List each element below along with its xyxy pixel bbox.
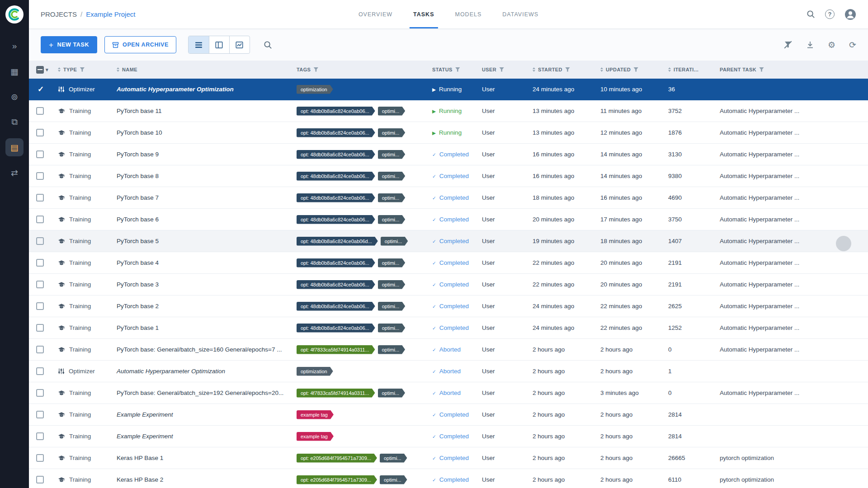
cell-parent-task[interactable]: Automatic Hyperparameter ... <box>716 303 868 310</box>
column-header-updated[interactable]: UPDATED <box>597 67 665 72</box>
table-row[interactable]: Optimizer Automatic Hyperparameter Optim… <box>29 79 868 100</box>
table-row[interactable]: Training Keras HP Base 2 opt: e205d684f7… <box>29 469 868 488</box>
table-row[interactable]: Training Example Experiment example tag … <box>29 426 868 447</box>
column-header-type[interactable]: TYPE <box>54 67 113 72</box>
column-header-name[interactable]: NAME <box>113 67 293 72</box>
clear-filters-icon[interactable] <box>783 40 793 49</box>
task-name[interactable]: PyTorch base 5 <box>113 238 293 244</box>
task-name[interactable]: Keras HP Base 1 <box>113 455 293 461</box>
table-row[interactable]: Training Example Experiment example tag … <box>29 404 868 426</box>
column-header-select[interactable]: ▾ <box>29 66 54 74</box>
new-task-button[interactable]: + NEW TASK <box>41 36 97 53</box>
table-row[interactable]: Training PyTorch base 8 opt: 48db0b8a6c8… <box>29 165 868 187</box>
sort-icon[interactable] <box>600 67 603 72</box>
table-row[interactable]: Training PyTorch base 7 opt: 48db0b8a6c8… <box>29 187 868 209</box>
cell-parent-task[interactable]: Automatic Hyperparameter ... <box>716 173 868 179</box>
table-row[interactable]: Training PyTorch base 5 opt: 48db0b8a6c8… <box>29 230 868 252</box>
table-row[interactable]: Training PyTorch base 2 opt: 48db0b8a6c8… <box>29 296 868 317</box>
task-name[interactable]: Automatic Hyperparameter Optimization <box>113 86 293 93</box>
table-search-icon[interactable] <box>264 41 272 49</box>
cell-parent-task[interactable]: pytorch optimization <box>716 476 868 483</box>
table-row[interactable]: Training PyTorch base 10 opt: 48db0b8a6c… <box>29 122 868 144</box>
task-name[interactable]: PyTorch base 1 <box>113 324 293 331</box>
open-archive-button[interactable]: OPEN ARCHIVE <box>104 36 176 53</box>
column-header-iteration[interactable]: ITERATI... <box>665 67 716 72</box>
table-row[interactable]: Training PyTorch base 1 opt: 48db0b8a6c8… <box>29 317 868 339</box>
cell-parent-task[interactable]: Automatic Hyperparameter ... <box>716 216 868 223</box>
task-name[interactable]: PyTorch base 6 <box>113 216 293 223</box>
tab-models[interactable]: MODELS <box>455 0 481 28</box>
row-checkbox[interactable] <box>36 150 44 158</box>
cell-parent-task[interactable]: pytorch optimization <box>716 455 868 461</box>
row-checkbox[interactable] <box>36 432 44 440</box>
details-view-button[interactable] <box>209 36 229 53</box>
row-checkbox[interactable] <box>36 85 44 93</box>
cell-parent-task[interactable]: Automatic Hyperparameter ... <box>716 151 868 158</box>
row-checkbox[interactable] <box>36 194 44 202</box>
sort-icon[interactable] <box>668 67 671 72</box>
search-icon[interactable] <box>807 10 815 19</box>
column-header-parent[interactable]: PARENT TASK <box>716 67 868 72</box>
filter-icon[interactable] <box>565 67 570 72</box>
getting-started-icon[interactable]: » <box>5 37 24 55</box>
task-name[interactable]: PyTorch base: General/batch_size=192 Gen… <box>113 389 293 396</box>
task-name[interactable]: PyTorch base 8 <box>113 173 293 179</box>
projects-icon[interactable]: ▤ <box>5 138 24 156</box>
filter-icon[interactable] <box>499 67 504 72</box>
cell-parent-task[interactable]: Automatic Hyperparameter ... <box>716 108 868 114</box>
table-row[interactable]: Training PyTorch base 11 opt: 48db0b8a6c… <box>29 100 868 122</box>
row-checkbox[interactable] <box>36 367 44 375</box>
task-name[interactable]: Example Experiment <box>113 433 293 440</box>
settings-gear-icon[interactable]: ⚙ <box>828 41 835 49</box>
row-checkbox[interactable] <box>36 454 44 462</box>
cell-parent-task[interactable]: Automatic Hyperparameter ... <box>716 389 868 396</box>
row-checkbox[interactable] <box>36 302 44 310</box>
column-header-status[interactable]: STATUS <box>429 67 478 72</box>
task-name[interactable]: PyTorch base 9 <box>113 151 293 158</box>
sort-icon[interactable] <box>117 67 119 72</box>
task-name[interactable]: Keras HP Base 2 <box>113 476 293 483</box>
task-name[interactable]: PyTorch base 4 <box>113 259 293 266</box>
task-name[interactable]: PyTorch base 10 <box>113 129 293 136</box>
tab-overview[interactable]: OVERVIEW <box>359 0 392 28</box>
filter-icon[interactable] <box>455 67 460 72</box>
table-row[interactable]: Optimizer Automatic Hyperparameter Optim… <box>29 361 868 382</box>
row-checkbox[interactable] <box>36 259 44 267</box>
compare-chart-view-button[interactable] <box>229 36 250 53</box>
table-view-button[interactable] <box>189 36 209 53</box>
row-checkbox[interactable] <box>36 346 44 353</box>
user-avatar[interactable] <box>844 9 856 20</box>
workers-queues-icon[interactable]: ⇄ <box>5 164 24 182</box>
task-name[interactable]: PyTorch base 3 <box>113 281 293 288</box>
chevron-down-icon[interactable]: ▾ <box>46 67 48 73</box>
clearml-logo[interactable] <box>5 5 24 23</box>
filter-icon[interactable] <box>313 67 318 72</box>
row-checkbox[interactable] <box>36 281 44 288</box>
auto-refresh-icon[interactable]: ⟳ <box>849 41 856 49</box>
pipelines-icon[interactable]: ⧉ <box>5 113 24 131</box>
datasets-icon[interactable]: ▦ <box>5 62 24 80</box>
cell-parent-task[interactable]: Automatic Hyperparameter ... <box>716 324 868 331</box>
table-row[interactable]: Training PyTorch base: General/batch_siz… <box>29 339 868 361</box>
row-checkbox[interactable] <box>36 324 44 332</box>
tab-dataviews[interactable]: DATAVIEWS <box>502 0 538 28</box>
table-row[interactable]: Training PyTorch base 6 opt: 48db0b8a6c8… <box>29 209 868 230</box>
sort-icon[interactable] <box>533 67 535 72</box>
task-name[interactable]: Example Experiment <box>113 411 293 418</box>
column-header-started[interactable]: STARTED <box>529 67 597 72</box>
row-checkbox[interactable] <box>36 107 44 115</box>
table-row[interactable]: Training PyTorch base 4 opt: 48db0b8a6c8… <box>29 252 868 274</box>
column-header-user[interactable]: USER <box>478 67 529 72</box>
table-row[interactable]: Training PyTorch base 3 opt: 48db0b8a6c8… <box>29 274 868 296</box>
task-name[interactable]: Automatic Hyperparameter Optimization <box>113 368 293 375</box>
filter-icon[interactable] <box>633 67 638 72</box>
cell-parent-task[interactable]: Automatic Hyperparameter ... <box>716 281 868 288</box>
table-row[interactable]: Training Keras HP Base 1 opt: e205d684f7… <box>29 447 868 469</box>
row-checkbox[interactable] <box>36 129 44 136</box>
help-icon[interactable]: ? <box>825 9 835 19</box>
row-checkbox[interactable] <box>36 237 44 245</box>
breadcrumb-root[interactable]: PROJECTS <box>41 10 77 18</box>
task-name[interactable]: PyTorch base: General/batch_size=160 Gen… <box>113 346 293 353</box>
task-name[interactable]: PyTorch base 2 <box>113 303 293 310</box>
select-all-checkbox[interactable] <box>36 66 44 74</box>
